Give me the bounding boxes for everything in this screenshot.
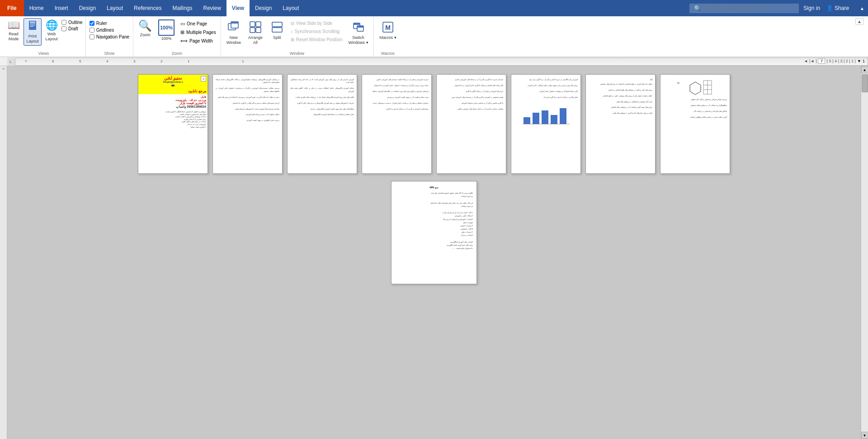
svg-rect-2	[30, 24, 35, 24]
split-button[interactable]: Split	[267, 18, 287, 41]
tab-design2[interactable]: Design	[250, 0, 277, 16]
outline-checkbox[interactable]: Outline	[61, 20, 83, 25]
svg-rect-4	[30, 26, 33, 27]
svg-rect-23	[551, 115, 557, 124]
ribbon-group-macros: M Macros ▾ Macros	[374, 16, 402, 57]
page-indicator-flag: ▼	[857, 59, 861, 63]
svg-rect-15	[354, 23, 360, 25]
doc-page-3: آموزش اینترنتی یکی از روش های نوین آموزش…	[287, 74, 357, 174]
tab-review[interactable]: Review	[198, 0, 226, 16]
doc-page-7: (۱) تحلیل داده های آماری در علوم اجتماعی…	[585, 74, 656, 174]
tab-home[interactable]: Home	[24, 0, 49, 16]
zoom-group-label: Zoom	[172, 51, 182, 56]
svg-rect-11	[256, 28, 261, 33]
svg-rect-21	[533, 113, 539, 124]
macros-button[interactable]: M Macros ▾	[377, 18, 399, 41]
page-expand-icon[interactable]: +	[201, 76, 206, 81]
page-row-2: منو APA ناگفته نیست که اگر منابع تحقیق ب…	[391, 181, 477, 284]
scroll-down-button[interactable]: ▼	[861, 432, 868, 439]
ribbon-group-zoom: 🔍 Zoom 100% 100% ▭ One Page ⊞ Multiple P…	[133, 16, 221, 57]
window-group-label: Window	[290, 51, 304, 56]
svg-rect-12	[272, 22, 282, 27]
doc-page-1: تحقیق آنلاین Tahghighonline.ir 📸 مرجع دا…	[138, 74, 208, 174]
collapse-ribbon-arrow[interactable]: ▲	[855, 18, 863, 25]
page-width-icon: ⟺	[180, 38, 188, 44]
gridlines-checkbox[interactable]: Gridlines	[90, 28, 129, 33]
page-row-1: تحقیق آنلاین Tahghighonline.ir 📸 مرجع دا…	[138, 74, 730, 174]
ruler-corner: L	[7, 57, 14, 66]
ruler-checkbox[interactable]: Ruler	[90, 21, 129, 26]
doc-page-4: مدیریت آموزشی و نقش آن در ارتقاء کیفیت س…	[362, 74, 432, 174]
doc-page-6: آموزش زبان انگلیسی در دوره ابتدایی و تأث…	[511, 74, 581, 174]
print-layout-button[interactable]: PrintLayout	[24, 18, 42, 46]
svg-marker-27	[690, 82, 701, 95]
svg-rect-22	[542, 110, 548, 124]
views-group-label: Views	[38, 51, 49, 56]
reset-window-button[interactable]: ⊞ Reset Window Position	[289, 36, 344, 43]
zoom-button[interactable]: 🔍 Zoom	[136, 18, 154, 38]
share-button[interactable]: 👤 Share	[826, 5, 849, 11]
tab-references[interactable]: References	[128, 0, 167, 16]
ribbon-group-show: Ruler Gridlines Navigation Pane Show	[86, 16, 133, 57]
svg-text:Cyclohexane: Cyclohexane	[677, 81, 679, 84]
doc-page-2: در راستای آموزش الکترونیکی و توسعه منابع…	[212, 74, 283, 174]
reset-window-icon: ⊞	[291, 37, 294, 42]
page-num-input[interactable]: 7	[818, 58, 825, 64]
svg-rect-20	[524, 117, 530, 124]
svg-rect-7	[231, 22, 238, 24]
multiple-pages-icon: ⊞	[180, 29, 184, 35]
one-page-button[interactable]: ▭ One Page	[179, 20, 218, 28]
doc-page-8: Cyclohexane بررسی خواص فیزیکی و شیمیایی …	[660, 74, 730, 174]
svg-rect-24	[560, 108, 566, 124]
multiple-pages-button[interactable]: ⊞ Multiple Pages	[179, 29, 218, 36]
page-width-button[interactable]: ⟺ Page Width	[179, 37, 218, 45]
tab-mailings[interactable]: Mailings	[167, 0, 198, 16]
tab-insert[interactable]: Insert	[49, 0, 74, 16]
one-page-icon: ▭	[180, 21, 185, 27]
svg-rect-8	[250, 22, 255, 27]
horizontal-ruler: 7 6 5 4 3 2 1 1 ◄ |◄ | 7 | 5 | 4 | 3 | 2…	[15, 57, 868, 66]
zoom-100-button[interactable]: 100% 100%	[156, 18, 177, 42]
tab-design[interactable]: Design	[74, 0, 101, 16]
vertical-scrollbar[interactable]: ▲ ▼	[861, 66, 868, 439]
ribbon-group-views: 📖 ReadMode PrintLayout 🌐 WebLayout Outli…	[2, 16, 86, 57]
web-layout-button[interactable]: 🌐 WebLayout	[42, 18, 61, 46]
svg-rect-17	[357, 26, 363, 28]
svg-text:M: M	[385, 24, 391, 31]
doc-page-5: سیستم مدیریت یادگیری و کاربرد آن در محیط…	[436, 74, 506, 174]
search-icon: 🔍	[694, 5, 701, 12]
arrange-all-button[interactable]: ArrangeAll	[245, 18, 265, 47]
macros-group-label: Macros	[381, 51, 395, 56]
draft-checkbox[interactable]: Draft	[61, 26, 83, 31]
sign-in-button[interactable]: Sign in	[803, 5, 820, 11]
tab-layout2[interactable]: Layout	[277, 0, 304, 16]
vertical-ruler: 123456789	[0, 66, 7, 439]
collapse-ribbon-button[interactable]: ▲	[856, 6, 868, 11]
share-icon: 👤	[826, 5, 833, 11]
navigation-pane-checkbox[interactable]: Navigation Pane	[90, 34, 129, 39]
svg-rect-3	[30, 25, 35, 25]
search-input[interactable]	[704, 5, 794, 11]
side-by-side-icon: ⊟	[291, 21, 294, 26]
switch-windows-button[interactable]: SwitchWindows ▾	[346, 18, 371, 47]
show-group-label: Show	[104, 51, 115, 56]
page-start-button[interactable]: |◄	[809, 59, 814, 63]
new-window-button[interactable]: NewWindow	[224, 18, 244, 47]
tab-view[interactable]: View	[226, 0, 250, 16]
page-prev-button[interactable]: ◄	[804, 59, 808, 63]
sync-scroll-icon: ↕	[291, 29, 293, 34]
svg-rect-10	[250, 28, 255, 33]
tab-file[interactable]: File	[0, 0, 24, 16]
svg-rect-9	[256, 22, 261, 27]
svg-rect-13	[272, 28, 282, 32]
scroll-thumb[interactable]	[862, 74, 868, 92]
doc-page-9: منو APA ناگفته نیست که اگر منابع تحقیق ب…	[391, 181, 477, 284]
tab-layout[interactable]: Layout	[101, 0, 128, 16]
synchronous-scrolling-button[interactable]: ↕ Synchronous Scrolling	[289, 28, 344, 35]
page-count: 5 | 4 | 3 | 2 | 1 |	[829, 59, 856, 63]
scroll-up-button[interactable]: ▲	[861, 66, 868, 73]
pages-area: تحقیق آنلاین Tahghighonline.ir 📸 مرجع دا…	[7, 66, 861, 439]
view-side-by-side-button[interactable]: ⊟ View Side by Side	[289, 20, 344, 27]
svg-rect-1	[30, 22, 35, 23]
read-mode-button[interactable]: 📖 ReadMode	[5, 18, 23, 46]
